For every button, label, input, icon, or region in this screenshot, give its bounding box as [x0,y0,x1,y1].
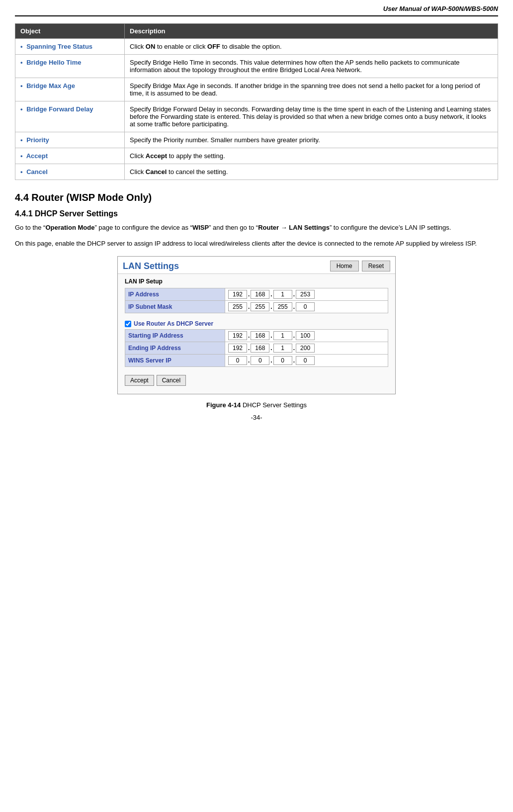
ip-dot: . [293,332,295,339]
figure-bold: Figure 4-14 [206,401,241,409]
lan-settings-buttons: Home Reset [330,261,390,271]
ip-octet-input[interactable] [228,302,247,311]
bullet: • [20,82,23,90]
lan-settings-image: LAN Settings Home Reset LAN IP Setup IP … [117,256,396,394]
ip-dot: . [270,291,272,298]
ip-dot: . [293,291,295,298]
ip-dot: . [248,332,250,339]
spanning-tree-table: Object Description • Spanning Tree Statu… [15,23,498,180]
cancel-button[interactable]: Cancel [157,375,186,386]
ip-octet-input[interactable] [296,356,315,365]
bullet: • [20,43,23,50]
field-value: ... [225,342,388,355]
description-cell: Specify Bridge Forward Delay in seconds.… [125,101,498,132]
body-text-2: On this page, enable the DHCP server to … [15,238,498,249]
figure-text: DHCP Server Settings [241,401,307,409]
page-header-title: User Manual of WAP-500N/WBS-500N [383,5,498,12]
ip-octet-input[interactable] [251,356,269,365]
col-description: Description [125,24,498,39]
ip-octet-input[interactable] [228,356,247,365]
body-text-1: Go to the “Operation Mode” page to confi… [15,222,498,233]
object-cell: • Spanning Tree Status [15,39,125,55]
ip-dot: . [293,357,295,364]
ip-octet-input[interactable] [273,356,292,365]
field-value: ... [225,301,388,313]
page-number: -34- [15,414,498,421]
ip-dot: . [270,303,272,310]
lan-ip-table: IP Address...IP Subnet Mask... [125,288,388,313]
description-cell: Click Cancel to cancel the setting. [125,164,498,180]
field-value: ... [225,330,388,342]
bullet: • [20,136,23,144]
object-cell: • Bridge Forward Delay [15,101,125,132]
page-header: User Manual of WAP-500N/WBS-500N [15,5,498,16]
ip-dot: . [293,303,295,310]
ip-octet-input[interactable] [251,290,269,299]
dhcp-checkbox[interactable] [125,321,131,327]
lan-settings-header: LAN Settings Home Reset [118,257,395,274]
ip-octet-input[interactable] [296,331,315,340]
accept-button[interactable]: Accept [125,375,154,386]
ip-dot: . [270,345,272,352]
lan-ip-setup-label: LAN IP Setup [125,278,388,285]
ip-dot: . [270,332,272,339]
ip-octet-input[interactable] [273,344,292,353]
field-label: IP Address [125,288,225,301]
ip-octet-input[interactable] [273,302,292,311]
ip-octet-input[interactable] [296,344,315,353]
reset-button[interactable]: Reset [362,261,390,271]
bullet: • [20,59,23,66]
field-label: IP Subnet Mask [125,301,225,313]
ip-dot: . [248,291,250,298]
bullet: • [20,105,23,113]
ip-octet-input[interactable] [251,331,269,340]
ip-octet-input[interactable] [228,331,247,340]
accept-cancel-row: Accept Cancel [125,371,388,387]
object-cell: • Cancel [15,164,125,180]
ip-octet-input[interactable] [296,290,315,299]
field-value: ... [225,355,388,367]
field-value: ... [225,288,388,301]
description-cell: Specify Bridge Hello Time in seconds. Th… [125,55,498,78]
description-cell: Specify Bridge Max Age in seconds. If an… [125,78,498,101]
section-44-title: 4.4 Router (WISP Mode Only) [15,192,498,203]
ip-octet-input[interactable] [251,344,269,353]
lan-inner: LAN IP Setup IP Address...IP Subnet Mask… [118,274,395,394]
dhcp-checkbox-label: Use Router As DHCP Server [134,320,213,327]
col-object: Object [15,24,125,39]
ip-octet-input[interactable] [228,344,247,353]
object-cell: • Priority [15,132,125,148]
field-label: Ending IP Address [125,342,225,355]
description-cell: Click ON to enable or click OFF to disab… [125,39,498,55]
ip-dot: . [248,345,250,352]
ip-octet-input[interactable] [296,302,315,311]
object-cell: • Bridge Hello Time [15,55,125,78]
bullet: • [20,152,23,160]
ip-octet-input[interactable] [273,290,292,299]
home-button[interactable]: Home [330,261,359,271]
dhcp-checkbox-row: Use Router As DHCP Server [125,317,388,329]
bullet: • [20,168,23,176]
ip-octet-input[interactable] [251,302,269,311]
object-cell: • Bridge Max Age [15,78,125,101]
field-label: WINS Server IP [125,355,225,367]
ip-octet-input[interactable] [273,331,292,340]
section-441-title: 4.4.1 DHCP Server Settings [15,209,498,218]
ip-dot: . [293,345,295,352]
object-cell: • Accept [15,148,125,164]
field-label: Starting IP Address [125,330,225,342]
ip-dot: . [248,303,250,310]
lan-settings-title: LAN Settings [123,261,179,271]
ip-dot: . [270,357,272,364]
description-cell: Specify the Priority number. Smaller num… [125,132,498,148]
dhcp-fields-table: Starting IP Address...Ending IP Address.… [125,329,388,367]
description-cell: Click Accept to apply the setting. [125,148,498,164]
ip-octet-input[interactable] [228,290,247,299]
figure-caption: Figure 4-14 DHCP Server Settings [15,401,498,409]
ip-dot: . [248,357,250,364]
